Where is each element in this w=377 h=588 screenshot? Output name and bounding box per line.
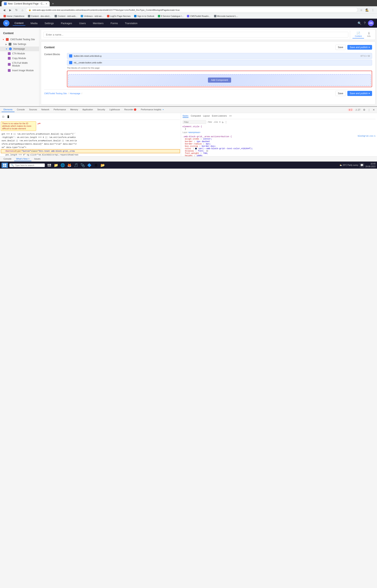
content-tab[interactable]: 📄 Content: [353, 31, 364, 38]
name-input-bar: 📄 Content ℹ Info: [41, 29, 376, 40]
add-component-area[interactable]: Add Component: [68, 74, 371, 86]
taskbar-app-dev[interactable]: 🔷: [86, 162, 92, 168]
code-line-6-highlighted[interactable]: < button id type= "button" class= "btn-r…: [1, 149, 180, 153]
taskbar-app-settings[interactable]: ⚙: [93, 162, 99, 168]
breadcrumb-homepage[interactable]: Homepage: [70, 92, 80, 95]
devtools-tab-recorder[interactable]: Recorder 🔴: [122, 108, 138, 112]
devtools-tab-application[interactable]: Application: [81, 108, 95, 112]
page-name-input[interactable]: [43, 32, 348, 37]
bookmarks-bar: Home | Salesforce Content - dev-elect...…: [0, 14, 377, 19]
nav-item-packages[interactable]: Packages: [59, 21, 74, 25]
nav-item-content[interactable]: Content: [12, 21, 25, 26]
more-icon[interactable]: ⋮: [371, 8, 375, 12]
console-tab[interactable]: Console: [1, 157, 13, 161]
taskbar-app-firefox[interactable]: 🦊: [66, 162, 72, 168]
devtools-tab-network[interactable]: Network: [39, 108, 51, 112]
bookmark-outlook[interactable]: Sign in to Outlook: [132, 14, 156, 18]
element-picker-btn[interactable]: ⊡: [1, 115, 5, 119]
taskbar-app-taskview[interactable]: [46, 162, 52, 168]
back-button[interactable]: ◀: [2, 8, 6, 12]
html-code-view: gth === 0 || !vm.entriesform.areaMinCoun…: [1, 132, 180, 156]
sidebar-item-cms-toolkit[interactable]: ▼ CMSToolkit Testing Site: [0, 37, 39, 42]
sidebar-item-site-settings[interactable]: ▶ Site Settings: [0, 42, 39, 46]
taskbar-app-edge[interactable]: 🌐: [60, 162, 66, 168]
help-icon[interactable]: ?: [364, 21, 365, 25]
more-styles-btn[interactable]: ⋮: [225, 120, 227, 124]
home-button[interactable]: ⌂: [20, 8, 24, 12]
tab-close-btn[interactable]: ✕: [46, 2, 47, 5]
block-item-2[interactable]: rid__create-button.umb-outlin: [67, 60, 372, 66]
bookmark-salesforce[interactable]: Home | Salesforce: [2, 14, 26, 18]
bookmark-microsite[interactable]: Microsite backend L...: [212, 14, 240, 18]
styles-tab-computed[interactable]: Computed: [191, 115, 201, 118]
user-avatar[interactable]: AN: [368, 20, 374, 26]
sidebar-item-copy-module[interactable]: Copy Module: [0, 56, 39, 61]
devtools-tab-memory[interactable]: Memory: [68, 108, 80, 112]
taskbar-search[interactable]: 🔍: [9, 163, 45, 167]
taskbar-app-music[interactable]: 🎵: [73, 162, 79, 168]
taskbar-app-paperclip[interactable]: 📎: [80, 162, 86, 168]
sidebar-item-cta-full-width[interactable]: CTA Full Width Module: [0, 61, 39, 68]
nav-item-forms[interactable]: Forms: [109, 21, 120, 25]
hov-checkbox[interactable]: :hov: [207, 121, 212, 123]
taskbar-app-folder[interactable]: 📂: [100, 162, 106, 168]
block-item-1[interactable]: button.btn-reset.umb-block-g 877.6 × 50: [67, 53, 372, 59]
device-mode-btn[interactable]: 📱: [6, 115, 11, 119]
bookmark-umbraco[interactable]: Umbraco - ietd-we...: [79, 14, 105, 18]
layer-value[interactable]: <anonymous>: [188, 131, 200, 133]
nav-item-members[interactable]: Members: [91, 21, 106, 25]
save-button[interactable]: Save: [335, 45, 346, 50]
new-tab-button[interactable]: +: [50, 1, 55, 6]
devtools-tab-lighthouse[interactable]: Lighthouse: [107, 108, 122, 112]
refresh-styles-btn[interactable]: ↻: [222, 120, 224, 124]
taskbar-app-files[interactable]: 📁: [53, 162, 59, 168]
browser-tab-active[interactable]: New: Content Blockgrid Page - C... ✕: [1, 1, 50, 6]
nav-item-translation[interactable]: Translation: [123, 21, 139, 25]
styles-tab-event-listeners[interactable]: Event Listeners: [212, 115, 227, 118]
taskbar-weather: ⛅ 29°C Partly sunny: [340, 164, 358, 166]
refresh-button[interactable]: ↻: [14, 8, 19, 12]
devtools-tab-perf-insights[interactable]: Performance Insights 🔹: [139, 108, 166, 112]
add-style-btn[interactable]: +: [219, 120, 221, 124]
info-tab[interactable]: ℹ Info: [365, 31, 373, 38]
bookmark-logon[interactable]: LogOn Page-Necnws: [106, 14, 132, 18]
bookmark-content-dev[interactable]: Content - dev-elect...: [26, 14, 53, 18]
search-icon[interactable]: 🔍: [358, 21, 362, 25]
bookmark-icon[interactable]: ☆: [359, 8, 364, 12]
devtools-more-btn[interactable]: ⋮: [367, 108, 371, 112]
save-publish-button[interactable]: Save and publish ▾: [347, 45, 372, 50]
styles-tab-more[interactable]: >>: [229, 115, 232, 118]
devtools-settings-btn[interactable]: ⚙: [363, 108, 366, 112]
nav-item-users[interactable]: Users: [77, 21, 88, 25]
nav-item-settings[interactable]: Settings: [43, 21, 56, 25]
devtools-tab-performance[interactable]: Performance: [52, 108, 68, 112]
styles-filter-input[interactable]: [183, 120, 206, 124]
sidebar-item-insert-image[interactable]: Insert Image Module: [0, 68, 39, 73]
breadcrumb-cms-testing[interactable]: CMSToolkit Testing Site: [44, 92, 67, 95]
app-logo[interactable]: U: [3, 20, 9, 26]
nav-item-media[interactable]: Media: [29, 21, 39, 25]
address-bar[interactable]: 🔒 ietd-web-app-toolkit-core-test.azurewe…: [26, 7, 358, 12]
styles-tab-layout[interactable]: Layout: [203, 115, 210, 118]
cls-checkbox[interactable]: .cls: [213, 121, 218, 123]
bookmark-cmstoolkit[interactable]: CMSToolkit Roadm...: [185, 14, 212, 18]
devtools-tab-security[interactable]: Security: [95, 108, 107, 112]
bookmark-service-catalogue[interactable]: 8 Service Catalogue /...: [156, 14, 185, 18]
breadcrumb-save-publish-button[interactable]: Save and publish ▾: [347, 91, 372, 96]
styles-tab-styles[interactable]: Styles: [183, 115, 188, 118]
sidebar-item-homepage[interactable]: ▼ ⌂ Homepage: [0, 46, 39, 51]
devtools-tab-elements[interactable]: Elements: [1, 108, 14, 112]
breadcrumb-save-button[interactable]: Save: [335, 91, 346, 96]
whats-new-tab[interactable]: What's New ×: [14, 157, 31, 161]
issues-tab[interactable]: Issues: [32, 157, 42, 161]
forward-button[interactable]: ▶: [8, 8, 12, 12]
devtools-close-btn[interactable]: ✕: [372, 108, 376, 112]
sidebar-item-cta-module[interactable]: CTA Module: [0, 51, 39, 56]
bookmark-content-ietd[interactable]: Content - ietd-web...: [53, 14, 79, 18]
start-button[interactable]: [1, 163, 8, 168]
add-component-button[interactable]: Add Component: [208, 78, 231, 83]
devtools-tab-sources[interactable]: Sources: [27, 108, 39, 112]
taskbar-search-input[interactable]: [15, 164, 39, 166]
taskbar-notification-btn[interactable]: 💬: [360, 163, 364, 168]
devtools-tab-console[interactable]: Console: [15, 108, 27, 112]
